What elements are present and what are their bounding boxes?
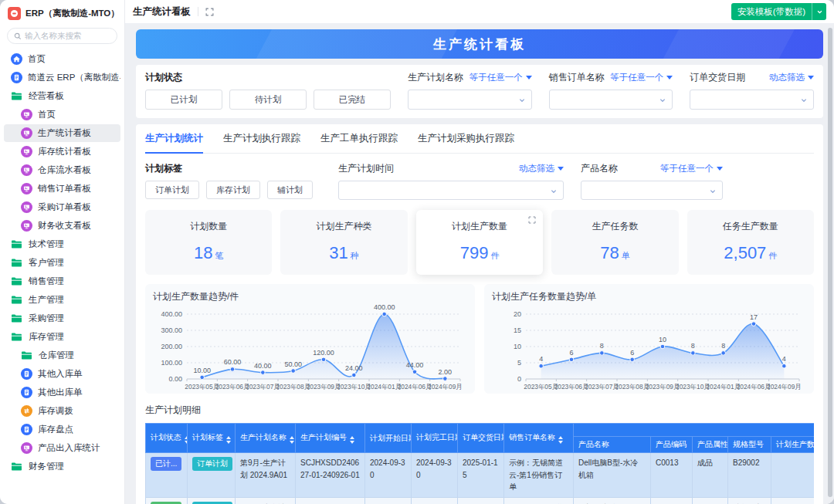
expand-icon[interactable] [528,216,536,224]
sidebar-item-22[interactable]: 财务管理 [4,458,120,475]
col-header-2[interactable]: 生产计划名称 [236,424,296,453]
plan-time-op-link[interactable]: 动态筛选 [519,163,564,174]
sub-col-header-2[interactable]: 产品属性 [693,437,728,453]
sidebar-item-8[interactable]: 采购订单看板 [4,198,120,216]
sidebar-item-3[interactable]: 首页 [4,106,120,123]
svg-text:400.00: 400.00 [161,310,182,318]
col-header-6[interactable]: 订单交货日期 [458,424,504,453]
col-header-0[interactable]: 计划状态 [146,424,188,453]
vertical-scrollbar[interactable] [828,28,832,497]
group-header [574,424,815,437]
plan-status-option-2[interactable]: 已完结 [314,90,391,110]
svg-text:200.00: 200.00 [161,343,182,350]
table-cell: 2024-09-30 [365,453,412,498]
document-icon [21,424,32,435]
sub-col-header-4[interactable]: 计划生产数量 [771,437,815,453]
fullscreen-icon[interactable] [205,8,214,16]
sub-col-header-3[interactable]: 规格型号 [728,437,771,453]
sub-col-header-1[interactable]: 产品编码 [651,437,693,453]
sidebar-item-7[interactable]: 销售订单看板 [4,180,120,198]
filter-op-link[interactable]: 等于任意一个 [470,72,532,83]
sidebar-item-16[interactable]: 仓库管理 [4,347,120,364]
sidebar-item-11[interactable]: 客户管理 [4,254,120,272]
chevron-down-icon[interactable] [812,3,826,20]
product-name-op-link[interactable]: 等于任意一个 [660,163,723,174]
sidebar-item-0[interactable]: 首页 [4,50,120,68]
plan-time-select[interactable] [338,181,564,200]
filter-select[interactable] [408,90,532,110]
filter-op-link[interactable]: 动态筛选 [769,72,814,83]
sidebar-item-label: 技术管理 [29,238,64,250]
sidebar-item-19[interactable]: 库存调拨 [4,402,120,420]
dashboard-icon [21,201,32,213]
filter-select[interactable] [549,90,673,110]
col-header-7[interactable]: 销售订单名称 [504,424,574,453]
search-placeholder: 输入名称来搜索 [25,31,82,42]
sidebar-item-14[interactable]: 采购管理 [4,310,120,327]
plan-tag-option-0[interactable]: 订单计划 [145,181,199,199]
product-name-select[interactable] [581,181,723,200]
sidebar-item-20[interactable]: 库存盘点 [4,421,120,438]
sidebar-item-label: 销售管理 [29,276,64,287]
col-header-1[interactable]: 计划标签 [188,424,236,453]
sidebar-item-label: 采购订单看板 [38,201,91,213]
tab-2[interactable]: 生产工单执行跟踪 [320,132,398,154]
svg-text:2024年06月: 2024年06月 [737,383,771,391]
sidebar-item-17[interactable]: 其他入库单 [4,365,120,383]
sidebar-item-label: 仓库流水看板 [38,164,91,176]
tab-0[interactable]: 生产计划统计 [145,132,203,154]
sidebar-item-1[interactable]: 简道云 ERP（离散制造-MTO） ... [4,69,120,86]
svg-text:2024年01月: 2024年01月 [706,383,741,391]
install-template-button[interactable]: 安装模板(带数据) [731,3,826,20]
svg-text:40.00: 40.00 [254,362,272,370]
col-header-3[interactable]: 生产计划编号 [296,424,365,453]
chevron-down-icon [659,96,666,104]
sidebar-item-10[interactable]: 技术管理 [4,235,120,253]
table-cell: 示例：无锡简道云-第1份销售订单 [504,497,574,504]
sub-col-header-0[interactable]: 产品名称 [574,437,651,453]
sort-icon[interactable] [558,436,563,444]
svg-text:2023年05月: 2023年05月 [524,383,558,391]
sidebar-item-6[interactable]: 仓库流水看板 [4,161,120,179]
sort-icon[interactable] [185,436,188,444]
plan-status-option-0[interactable]: 已计划 [145,90,222,110]
sort-icon[interactable] [350,436,354,444]
sidebar-item-13[interactable]: 生产管理 [4,291,120,309]
plan-status-option-1[interactable]: 待计划 [229,90,307,110]
plan-tag-option-1[interactable]: 库存计划 [206,181,260,199]
sidebar-item-15[interactable]: 库存管理 [4,328,120,346]
plan-tag-option-2[interactable]: 辅计划 [267,181,313,199]
tab-3[interactable]: 生产计划采购执行跟踪 [418,132,514,154]
sidebar-item-18[interactable]: 其他出库单 [4,384,120,401]
stat-label: 计划生产数量 [416,210,543,233]
sort-icon[interactable] [290,436,294,444]
stat-label: 任务生产数量 [687,210,814,233]
svg-text:120.00: 120.00 [313,349,334,357]
home-icon [11,53,22,65]
sidebar-item-label: 生产统计看板 [38,127,91,139]
table-cell: 示例：无锡简道云-第1份销售订单 [504,453,574,498]
sidebar-item-12[interactable]: 销售管理 [4,272,120,290]
sidebar-search-input[interactable]: 输入名称来搜索 [7,28,117,44]
sidebar-item-5[interactable]: 库存统计看板 [4,143,120,161]
col-header-5[interactable]: 计划完工日期 [412,424,458,453]
sidebar-item-4[interactable]: 生产统计看板 [4,124,120,142]
dashboard-icon [21,127,32,139]
folder-icon [11,91,23,102]
sidebar-item-21[interactable]: 产品出入库统计 [4,439,120,457]
sidebar-item-2[interactable]: 经营看板 [4,87,120,105]
col-header-4[interactable]: 计划开始日期 [365,424,412,453]
sidebar-item-label: 其他出库单 [38,387,83,398]
sidebar-item-9[interactable]: 财务收支看板 [4,217,120,235]
svg-text:400.00: 400.00 [374,303,395,311]
table-row-0[interactable]: 已计...订单计划第9月-生产计划 2024.9A01SCJHXSDD24062… [146,453,815,498]
triangle-down-icon [666,76,673,79]
chart-card-1: 计划生产任务数量趋势/单05101520468610881742023年05月2… [484,284,814,394]
svg-text:5: 5 [517,359,521,367]
filter-op-link[interactable]: 等于任意一个 [610,72,673,83]
table-cell: 笔记本电脑 [574,497,651,504]
sort-icon[interactable] [226,436,231,444]
table-row-1[interactable]: 已完...订单计划第6月-生产计划 2024.6A03SCJHXSDD24062… [146,497,815,504]
tab-1[interactable]: 生产计划执行跟踪 [223,132,300,154]
filter-select[interactable] [690,90,814,110]
